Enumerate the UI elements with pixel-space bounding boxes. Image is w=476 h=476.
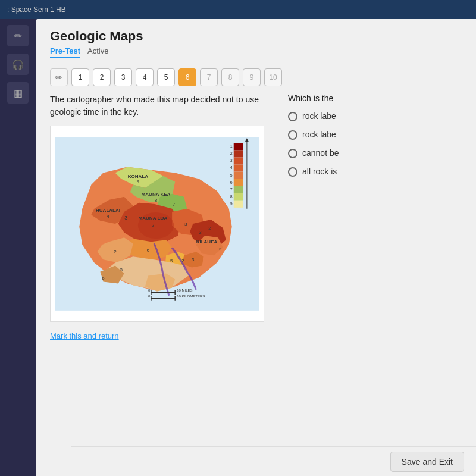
question-nav: ✏ 1 2 3 4 5 6 7 8 9 10 <box>36 68 476 93</box>
svg-text:HUALALAI: HUALALAI <box>96 208 120 213</box>
svg-text:5: 5 <box>230 173 233 177</box>
svg-rect-56 <box>234 186 243 193</box>
svg-rect-53 <box>234 164 243 171</box>
hawaii-map: KOHALA 9 MAUNA KEA 8 7 HUALALAI 4 3 MAUN… <box>55 131 259 317</box>
svg-text:9: 9 <box>137 179 140 184</box>
main-content: Geologic Maps Pre-Test Active ✏ 1 2 3 4 … <box>36 19 476 476</box>
answer-text-2: rock labe <box>302 130 336 139</box>
question-right: Which is the rock labe rock labe cannot … <box>288 93 462 322</box>
svg-text:4: 4 <box>107 214 109 219</box>
svg-text:8: 8 <box>155 198 158 203</box>
answer-option-4[interactable]: all rock is <box>288 167 462 177</box>
svg-text:4: 4 <box>230 165 233 170</box>
question-left: The cartographer who made this map decid… <box>50 93 276 322</box>
radio-4[interactable] <box>288 167 298 177</box>
svg-rect-58 <box>234 201 243 208</box>
mark-return-link[interactable]: Mark this and return <box>36 322 476 350</box>
svg-text:2: 2 <box>218 246 221 252</box>
svg-text:3: 3 <box>199 230 202 235</box>
svg-text:7: 7 <box>173 202 176 207</box>
map-container: KOHALA 9 MAUNA KEA 8 7 HUALALAI 4 3 MAUN… <box>50 126 264 322</box>
save-exit-button[interactable]: Save and Exit <box>390 452 464 472</box>
svg-text:2: 2 <box>208 226 211 231</box>
svg-rect-52 <box>234 157 243 164</box>
svg-text:3: 3 <box>230 158 233 162</box>
svg-text:KILAUEA: KILAUEA <box>196 239 218 245</box>
nav-btn-6[interactable]: 6 <box>178 68 196 86</box>
svg-text:2: 2 <box>152 223 155 228</box>
question-text: The cartographer who made this map decid… <box>50 93 276 118</box>
nav-btn-2[interactable]: 2 <box>93 68 111 86</box>
svg-text:2: 2 <box>114 249 117 255</box>
svg-text:6: 6 <box>102 275 105 281</box>
answer-option-3[interactable]: cannot be <box>288 148 462 158</box>
radio-1[interactable] <box>288 112 298 121</box>
calculator-icon[interactable]: ▦ <box>7 82 29 104</box>
answer-text-3: cannot be <box>302 148 339 158</box>
nav-btn-9[interactable]: 9 <box>243 68 261 86</box>
headphone-icon[interactable]: 🎧 <box>7 54 29 75</box>
bottom-bar: Save and Exit <box>71 446 476 476</box>
svg-text:MAUNA LOA: MAUNA LOA <box>139 215 168 221</box>
svg-text:6: 6 <box>147 248 150 253</box>
answer-option-2[interactable]: rock labe <box>288 130 462 140</box>
answer-text-4: all rock is <box>302 167 337 176</box>
svg-text:3: 3 <box>184 221 187 227</box>
nav-btn-1[interactable]: 1 <box>71 68 89 86</box>
svg-text:1: 1 <box>230 144 233 148</box>
svg-text:10 MILES: 10 MILES <box>177 289 192 292</box>
radio-2[interactable] <box>288 130 298 140</box>
svg-text:3: 3 <box>192 257 195 262</box>
svg-text:3: 3 <box>124 215 127 221</box>
svg-text:3: 3 <box>120 267 123 273</box>
answer-text-1: rock labe <box>302 111 336 121</box>
svg-text:5: 5 <box>170 258 173 264</box>
svg-text:7: 7 <box>230 187 233 192</box>
top-bar: : Space Sem 1 HB <box>0 0 476 19</box>
page-header: Geologic Maps Pre-Test Active <box>36 19 476 68</box>
svg-text:10 KILOMETERS: 10 KILOMETERS <box>177 295 205 298</box>
breadcrumb-status: Active <box>87 46 108 58</box>
svg-rect-51 <box>234 150 243 157</box>
svg-text:MAUNA KEA: MAUNA KEA <box>142 192 171 197</box>
svg-rect-57 <box>234 193 243 201</box>
svg-text:2: 2 <box>181 258 184 264</box>
breadcrumb: Pre-Test Active <box>50 46 462 58</box>
answer-option-1[interactable]: rock labe <box>288 111 462 121</box>
svg-rect-55 <box>234 179 243 186</box>
question-area: The cartographer who made this map decid… <box>36 93 476 322</box>
nav-btn-7[interactable]: 7 <box>200 68 218 86</box>
nav-btn-8[interactable]: 8 <box>221 68 239 86</box>
page-title: Geologic Maps <box>50 29 462 44</box>
screen: : Space Sem 1 HB ✏ 🎧 ▦ Geologic Maps Pre… <box>0 0 476 476</box>
radio-3[interactable] <box>288 149 298 158</box>
nav-btn-4[interactable]: 4 <box>136 68 154 86</box>
svg-text:KOHALA: KOHALA <box>128 174 149 179</box>
breadcrumb-pretest[interactable]: Pre-Test <box>50 46 80 58</box>
svg-rect-54 <box>234 171 243 178</box>
svg-text:2: 2 <box>230 151 233 155</box>
nav-btn-3[interactable]: 3 <box>114 68 132 86</box>
pencil-tool-icon[interactable]: ✏ <box>7 25 29 46</box>
nav-btn-10[interactable]: 10 <box>264 68 282 86</box>
svg-text:6: 6 <box>230 180 233 184</box>
svg-rect-50 <box>234 143 243 150</box>
right-question-title: Which is the <box>288 93 462 103</box>
pencil-nav-icon[interactable]: ✏ <box>50 68 68 86</box>
left-sidebar: ✏ 🎧 ▦ <box>0 19 36 476</box>
svg-text:8: 8 <box>230 195 233 199</box>
top-bar-title: : Space Sem 1 HB <box>7 5 66 14</box>
nav-btn-5[interactable]: 5 <box>157 68 175 86</box>
svg-text:9: 9 <box>230 202 233 206</box>
